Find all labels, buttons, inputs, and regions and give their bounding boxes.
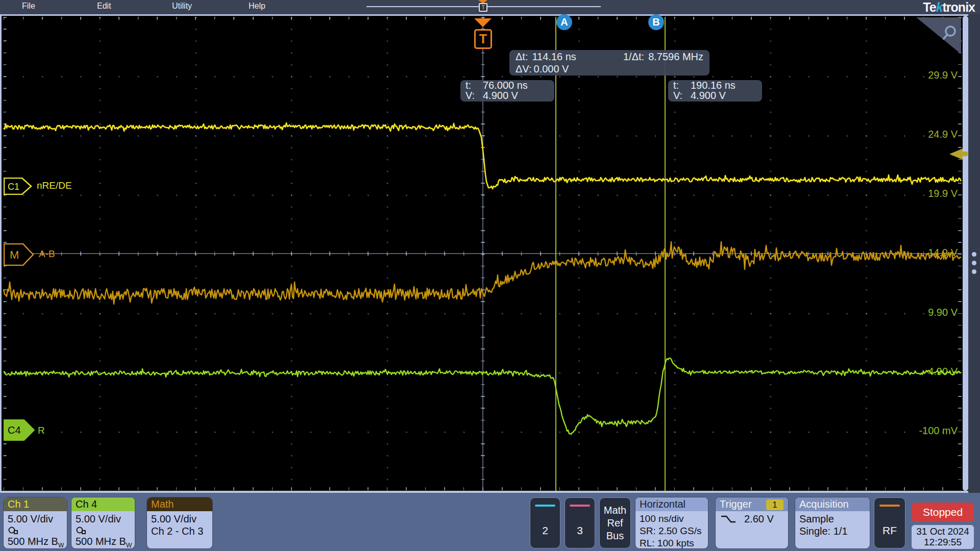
math-label: A-B [39,248,55,260]
trigger-level: 2.60 V [744,513,774,525]
math-scale: 5.00 V/div [151,513,212,525]
channel-2-button[interactable]: 2 [530,497,560,548]
acquisition-panel[interactable]: Acquisition Sample Single: 1/1 [795,497,870,548]
ch3-color-bar [570,505,590,507]
ch4-panel[interactable]: Ch 4 5.00 V/div 500 MHz BW [71,497,135,548]
ch4-scale: 5.00 V/div [76,513,135,525]
trigger-source-badge: 1 [766,499,783,510]
oscilloscope-screen: File Edit Utility Help T Tektronix [0,0,980,551]
ch2-color-bar [535,505,555,507]
math-panel[interactable]: Math 5.00 V/div Ch 2 - Ch 3 [147,497,212,548]
horizontal-panel[interactable]: Horizontal 100 ns/div SR: 2.50 GS/s RL: … [635,497,708,548]
ch1-badge[interactable]: C1 [4,178,33,195]
ch1-label: nRE/DE [37,180,72,191]
cursor-a-badge[interactable]: A [556,14,572,30]
cursor-b-readout: t:190.16 ns V:4.900 V [668,80,762,102]
math-ref-bus-button[interactable]: Math Ref Bus [599,497,631,548]
falling-edge-icon [720,514,737,524]
run-stop-status[interactable]: Stopped [912,503,974,522]
math-badge[interactable]: M [4,243,35,266]
rf-color-bar [879,505,900,507]
date-text: 31 Oct 2024 [912,526,974,537]
channel-3-button[interactable]: 3 [565,497,595,548]
waveform-ch1 [4,123,961,189]
probe-icon [8,526,20,535]
bottom-status-bar: Ch 1 5.00 V/div 500 MHz BW Ch 4 5.00 V/d… [0,493,980,551]
waveform-ch4 [4,358,961,434]
cursor-b-badge[interactable]: B [648,14,664,30]
cursor-a-readout: t:76.000 ns V:4.900 V [460,80,554,102]
cursor-delta-readout: Δt:114.16 ns 1/Δt:8.7596 MHz ΔV:0.000 V [509,50,709,76]
ch1-panel[interactable]: Ch 1 5.00 V/div 500 MHz BW [4,497,67,548]
ch4-bandwidth: 500 MHz BW [76,535,135,547]
probe-icon [76,526,88,535]
math-source: Ch 2 - Ch 3 [151,525,212,537]
time-text: 12:29:55 [912,537,974,547]
ch1-bandwidth: 500 MHz BW [8,535,67,547]
rf-button[interactable]: RF [874,497,905,548]
ch4-badge[interactable]: C4 [4,419,36,441]
svg-text:M: M [10,248,19,261]
svg-text:C4: C4 [8,424,21,436]
datetime-display: 31 Oct 2024 12:29:55 [912,525,974,549]
svg-text:C1: C1 [8,182,19,192]
trigger-panel[interactable]: Trigger 1 2.60 V [716,497,788,548]
waveform-math [4,242,961,304]
ch1-scale: 5.00 V/div [8,513,67,525]
ch4-label: R [38,425,45,436]
